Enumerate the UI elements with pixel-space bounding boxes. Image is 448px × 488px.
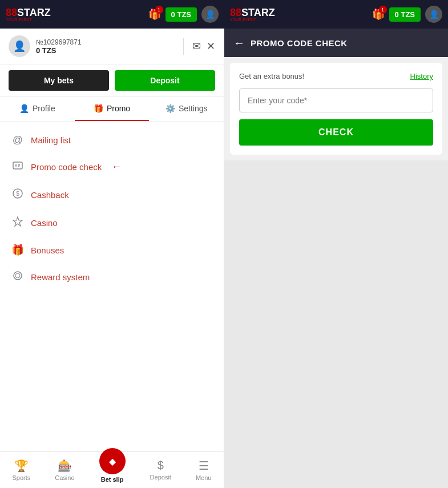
nav-menu[interactable]: ☰ Menu — [190, 456, 217, 484]
user-info-bar: 👤 №1029697871 0 TZS ✉ ✕ — [0, 29, 224, 64]
gray-area — [224, 160, 448, 488]
promo-content-card: Get an extra bonus! History CHECK — [230, 63, 442, 155]
menu-item-casino[interactable]: Casino — [0, 209, 224, 237]
gift-button-left[interactable]: 🎁 1 — [148, 8, 161, 21]
menu-item-cashback[interactable]: $ Cashback — [0, 181, 224, 209]
promo-tab-icon: 🎁 — [94, 104, 103, 113]
mailing-icon: @ — [11, 134, 24, 146]
tab-settings[interactable]: ⚙️ Settings — [149, 97, 224, 121]
menu-item-bonuses[interactable]: 🎁 Bonuses — [0, 237, 224, 263]
logo-tagline-left: YOUR EVENT — [6, 18, 51, 22]
svg-point-2 — [15, 165, 17, 166]
betslip-button[interactable]: ◆ — [99, 448, 126, 474]
menu-list: @ Mailing list Promo code check ← — [0, 122, 224, 297]
logo-right: 88 STARZ YOUR EVENT — [230, 7, 275, 22]
logo-tagline-right: YOUR EVENT — [230, 18, 275, 22]
svg-text:$: $ — [16, 191, 19, 197]
promo-code-input[interactable] — [239, 88, 433, 112]
casino-icon — [11, 216, 24, 230]
user-button-right[interactable]: 👤 — [425, 6, 442, 23]
betslip-label: Bet slip — [101, 476, 124, 483]
logo-starz-right: STARZ — [241, 7, 275, 18]
nav-sports[interactable]: 🏆 Sports — [7, 456, 37, 484]
menu-nav-icon: ☰ — [199, 459, 209, 473]
promo-header: ← PROMO CODE CHECK — [224, 29, 448, 57]
back-arrow-icon[interactable]: ← — [233, 37, 245, 50]
logo-left: 88 STARZ YOUR EVENT — [6, 7, 51, 22]
casino-nav-icon: 🎰 — [58, 459, 72, 473]
close-button[interactable]: ✕ — [207, 40, 215, 53]
menu-item-mailing[interactable]: @ Mailing list — [0, 127, 224, 153]
action-buttons: My bets Deposit — [0, 64, 224, 97]
my-bets-button[interactable]: My bets — [9, 70, 109, 91]
mail-button[interactable]: ✉ — [192, 40, 201, 53]
sports-label: Sports — [13, 474, 31, 481]
deposit-button[interactable]: Deposit — [115, 70, 215, 91]
menu-item-reward[interactable]: Reward system — [0, 263, 224, 291]
bottom-nav: 🏆 Sports 🎰 Casino ◆ Bet slip $ Deposit ☰… — [0, 451, 224, 488]
bonuses-label: Bonuses — [31, 245, 64, 255]
casino-nav-label: Casino — [55, 474, 74, 481]
menu-item-promo-code[interactable]: Promo code check ← — [0, 153, 224, 181]
left-panel: 👤 №1029697871 0 TZS ✉ ✕ My bets Deposit … — [0, 29, 224, 488]
nav-casino[interactable]: 🎰 Casino — [49, 456, 80, 484]
logo-88-right: 88 — [230, 7, 241, 18]
nav-deposit[interactable]: $ Deposit — [144, 456, 177, 483]
svg-point-10 — [15, 273, 20, 278]
check-button[interactable]: CHECK — [239, 119, 433, 146]
promo-code-check-title: PROMO CODE CHECK — [251, 38, 348, 48]
reward-icon — [11, 270, 24, 284]
right-panel: ← PROMO CODE CHECK Get an extra bonus! H… — [224, 29, 448, 488]
history-link[interactable]: History — [410, 72, 433, 80]
casino-label: Casino — [31, 218, 58, 228]
deposit-nav-icon: $ — [158, 459, 164, 472]
user-id: №1029697871 — [36, 38, 175, 46]
tab-settings-label: Settings — [179, 104, 208, 113]
user-balance: 0 TZS — [36, 46, 175, 55]
svg-point-9 — [14, 272, 22, 280]
cashback-icon: $ — [11, 188, 24, 202]
svg-marker-8 — [13, 217, 22, 226]
deposit-nav-label: Deposit — [150, 474, 171, 481]
bonuses-icon: 🎁 — [11, 244, 24, 256]
promo-code-icon — [11, 160, 24, 174]
bonus-row: Get an extra bonus! History — [239, 72, 433, 80]
header-right: 88 STARZ YOUR EVENT 🎁 1 0 TZS 👤 — [224, 0, 448, 29]
sports-icon: 🏆 — [14, 459, 29, 473]
user-button-left[interactable]: 👤 — [201, 6, 219, 23]
balance-button-right[interactable]: 0 TZS — [389, 7, 421, 22]
notification-badge-left: 1 — [155, 6, 163, 14]
betslip-icon: ◆ — [109, 456, 116, 467]
tabs-row: 👤 Profile 🎁 Promo ⚙️ Settings — [0, 97, 224, 122]
vertical-divider — [183, 38, 184, 55]
tab-profile-label: Profile — [33, 104, 55, 113]
notification-badge-right: 1 — [379, 6, 387, 14]
profile-tab-icon: 👤 — [19, 104, 29, 113]
tab-profile[interactable]: 👤 Profile — [0, 97, 75, 121]
header-left: 88 STARZ YOUR EVENT 🎁 1 0 TZS 👤 — [0, 0, 224, 29]
promo-code-arrow: ← — [111, 161, 122, 173]
logo-88-left: 88 — [6, 7, 17, 18]
menu-nav-label: Menu — [196, 474, 212, 481]
settings-tab-icon: ⚙️ — [166, 104, 175, 113]
balance-button-left[interactable]: 0 TZS — [166, 7, 197, 22]
user-details: №1029697871 0 TZS — [36, 38, 175, 55]
avatar: 👤 — [9, 35, 30, 57]
tab-promo-label: Promo — [107, 104, 130, 113]
reward-label: Reward system — [31, 272, 90, 282]
cashback-label: Cashback — [31, 190, 69, 200]
gift-button-right[interactable]: 🎁 1 — [372, 8, 385, 21]
tab-promo[interactable]: 🎁 Promo — [75, 97, 150, 121]
nav-betslip[interactable]: ◆ Bet slip — [94, 454, 131, 486]
promo-code-label: Promo code check — [31, 162, 102, 172]
mailing-label: Mailing list — [31, 135, 71, 145]
bonus-text: Get an extra bonus! — [239, 72, 304, 80]
logo-starz-left: STARZ — [17, 7, 51, 18]
